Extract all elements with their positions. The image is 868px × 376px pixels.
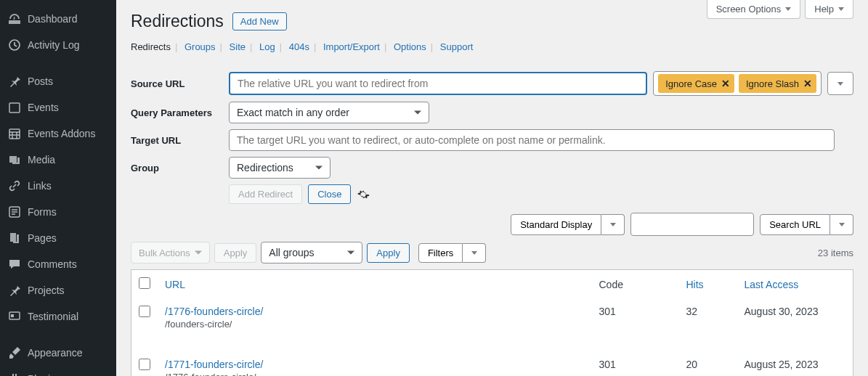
chevron-down-icon (785, 7, 791, 11)
svg-rect-5 (11, 314, 14, 317)
bulk-apply-button[interactable]: Apply (214, 243, 257, 263)
col-header-last-access[interactable]: Last Access (745, 279, 799, 290)
all-groups-select[interactable]: All groups (261, 242, 362, 263)
tab-import-export[interactable]: Import/Export (323, 41, 380, 52)
sidebar-item-comments[interactable]: Comments (0, 251, 116, 277)
sidebar-item-forms[interactable]: Forms (0, 199, 116, 225)
media-icon (7, 152, 22, 167)
row-hits-value: 20 (679, 351, 737, 376)
source-url-input[interactable] (229, 72, 647, 95)
gear-icon[interactable] (357, 188, 370, 201)
screen-options-label: Screen Options (716, 4, 782, 15)
filters-button[interactable]: Filters (418, 243, 463, 263)
pin-icon (7, 74, 22, 89)
row-last-access-value: August 30, 2023 (737, 298, 853, 337)
col-header-hits[interactable]: Hits (686, 279, 704, 290)
sidebar-item-label: Activity Log (28, 39, 80, 51)
redirects-table: URL Code Hits Last Access /1776-founders… (131, 269, 853, 376)
sidebar-item-plugins[interactable]: Plugins (0, 366, 116, 376)
source-url-tags: Ignore Case✕ Ignore Slash✕ (653, 71, 822, 96)
row-code-value: 301 (592, 351, 679, 376)
sidebar-item-projects[interactable]: Projects (0, 277, 116, 303)
sidebar-item-events[interactable]: Events (0, 94, 116, 120)
row-checkbox[interactable] (139, 359, 150, 370)
tab-options[interactable]: Options (394, 41, 426, 52)
tab-404s[interactable]: 404s (289, 41, 309, 52)
testimonial-icon (7, 309, 22, 324)
standard-display-button[interactable]: Standard Display (511, 214, 601, 235)
source-url-expand-button[interactable] (827, 72, 853, 95)
sidebar-item-posts[interactable]: Posts (0, 68, 116, 94)
col-header-url[interactable]: URL (165, 279, 185, 290)
table-row: /1771-founders-circle/ /1776-founders-ci… (131, 351, 853, 376)
row-hits-value: 32 (679, 298, 737, 337)
row-url-link[interactable]: /1776-founders-circle/ (165, 306, 263, 317)
screen-options-button[interactable]: Screen Options (707, 0, 801, 19)
svg-rect-1 (9, 103, 20, 113)
row-target-url: /1776-founders-circle/ (165, 372, 585, 376)
chevron-down-icon (610, 223, 616, 226)
bulk-actions-select[interactable]: Bulk Actions (131, 242, 210, 263)
tab-support[interactable]: Support (440, 41, 474, 52)
search-url-chevron[interactable] (830, 214, 853, 235)
target-url-label: Target URL (131, 135, 229, 146)
sidebar-item-label: Comments (28, 258, 77, 270)
ignore-case-tag[interactable]: Ignore Case✕ (658, 74, 734, 93)
tab-groups[interactable]: Groups (184, 41, 216, 52)
sidebar-item-label: Pages (28, 232, 57, 244)
query-params-selected: Exact match in any order (237, 107, 349, 118)
admin-sidebar: Dashboard Activity Log Posts Events Even… (0, 0, 116, 376)
source-url-label: Source URL (131, 78, 229, 89)
groups-apply-button[interactable]: Apply (367, 243, 410, 263)
sidebar-item-label: Projects (28, 285, 65, 296)
query-params-label: Query Parameters (131, 107, 229, 118)
tab-bar: Redirects| Groups| Site| Log| 404s| Impo… (131, 37, 853, 60)
target-url-row: Target URL (131, 126, 853, 154)
all-groups-label: All groups (269, 247, 314, 258)
sidebar-item-activity-log[interactable]: Activity Log (0, 32, 116, 58)
row-checkbox[interactable] (139, 306, 150, 317)
table-row: /1776-founders-circle/ /founders-circle/… (131, 298, 853, 337)
search-input[interactable] (630, 213, 754, 236)
sidebar-item-label: Forms (28, 206, 57, 218)
help-button[interactable]: Help (805, 0, 853, 19)
tab-site[interactable]: Site (230, 41, 246, 52)
bulk-actions-label: Bulk Actions (139, 248, 190, 258)
tab-redirects[interactable]: Redirects (131, 41, 171, 52)
ignore-slash-tag[interactable]: Ignore Slash✕ (739, 74, 816, 93)
pin-icon (7, 283, 22, 298)
sidebar-item-label: Testimonial (28, 311, 78, 322)
tab-log[interactable]: Log (259, 41, 275, 52)
main-content: Screen Options Help Redirections Add New… (116, 0, 868, 376)
sidebar-item-testimonial[interactable]: Testimonial (0, 303, 116, 330)
sidebar-item-pages[interactable]: Pages (0, 225, 116, 251)
calendar-icon (7, 100, 22, 115)
group-label: Group (131, 163, 229, 173)
add-redirect-button[interactable]: Add Redirect (229, 184, 302, 204)
sidebar-item-dashboard[interactable]: Dashboard (0, 6, 116, 32)
add-new-button[interactable]: Add New (232, 12, 287, 30)
query-params-row: Query Parameters Exact match in any orde… (131, 99, 853, 126)
comment-icon (7, 257, 22, 271)
row-url-link[interactable]: /1771-founders-circle/ (165, 359, 263, 370)
link-icon (7, 179, 22, 193)
sidebar-item-events-addons[interactable]: Events Addons (0, 120, 116, 147)
sidebar-item-links[interactable]: Links (0, 173, 116, 199)
sidebar-item-media[interactable]: Media (0, 147, 116, 173)
sidebar-item-label: Plugins (28, 373, 61, 376)
brush-icon (7, 346, 22, 360)
sidebar-item-appearance[interactable]: Appearance (0, 340, 116, 366)
close-button[interactable]: Close (308, 184, 351, 204)
filters-chevron[interactable] (463, 243, 486, 263)
query-params-select[interactable]: Exact match in any order (229, 102, 429, 123)
group-select[interactable]: Redirections (229, 157, 330, 179)
chevron-down-icon (471, 251, 477, 255)
sidebar-item-label: Links (28, 180, 52, 192)
standard-display-chevron[interactable] (601, 214, 625, 235)
display-toolbar: Standard Display Search URL (131, 213, 853, 236)
select-all-checkbox[interactable] (139, 277, 150, 289)
help-label: Help (814, 4, 834, 15)
target-url-input[interactable] (229, 129, 835, 151)
search-url-button[interactable]: Search URL (760, 214, 830, 235)
group-selected: Redirections (237, 162, 293, 173)
